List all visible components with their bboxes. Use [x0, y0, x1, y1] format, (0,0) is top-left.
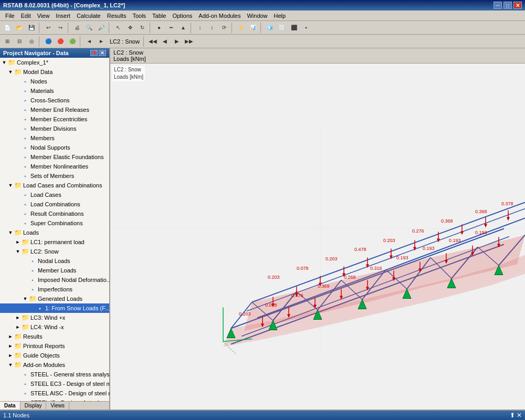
tree-sets[interactable]: ▪ Sets of Members — [0, 171, 109, 181]
tree-lc4[interactable]: ► 📁 LC4: Wind -x — [0, 322, 109, 332]
tree-steel-gen[interactable]: ▪ STEEL - General stress analysis r — [0, 370, 109, 379]
tree-member-div[interactable]: ▪ Member Divisions — [0, 124, 109, 133]
tree-guide[interactable]: ► 📁 Guide Objects — [0, 351, 109, 360]
tb2-arrow[interactable]: ◄ — [83, 36, 95, 47]
tree-results[interactable]: ► 📁 Results — [0, 332, 109, 341]
tb-support[interactable]: ▲ — [177, 22, 189, 34]
tree-members[interactable]: ▪ Members — [0, 133, 109, 143]
menu-options[interactable]: Options — [169, 12, 195, 20]
toggle-lc[interactable]: ▼ — [7, 182, 14, 188]
maximize-button[interactable]: □ — [503, 2, 512, 9]
tree-imposed[interactable]: ▪ Imposed Nodal Deformatio... — [0, 275, 109, 285]
icon-nonlin: ▪ — [21, 162, 29, 171]
viewport[interactable]: 0.378 0.378 0.368 0.276 0.195 0.368 0.27… — [110, 64, 525, 410]
tb-calc[interactable]: ⚡ — [235, 22, 247, 34]
close-button[interactable]: ✕ — [513, 2, 522, 9]
tree-loads[interactable]: ▼ 📁 Loads — [0, 228, 109, 237]
tb-rotate[interactable]: ↻ — [136, 22, 148, 34]
tb2-nav3[interactable]: ▶ — [171, 36, 183, 47]
tree-load-comb[interactable]: ▪ Load Combinations — [0, 200, 109, 209]
tb-member[interactable]: ━ — [165, 22, 177, 34]
tree-lc-combo[interactable]: ▼ 📁 Load Cases and Combinations — [0, 181, 109, 190]
tree-nodal-loads[interactable]: ▪ Nodal Loads — [0, 256, 109, 266]
tb-save[interactable]: 💾 — [26, 22, 37, 34]
tb-moment[interactable]: ⟳ — [218, 22, 230, 34]
tb-move[interactable]: ✥ — [124, 22, 136, 34]
menu-addon[interactable]: Add-on Modules — [195, 12, 244, 20]
tree-result-comb[interactable]: ▪ Result Combinations — [0, 209, 109, 218]
tb-select[interactable]: ↖ — [112, 22, 124, 34]
tree-from-snow[interactable]: ▪ 1: From Snow Loads (F... — [0, 303, 109, 313]
nav-close[interactable]: ✕ — [99, 50, 106, 56]
tree-steel-aisc[interactable]: ▪ STEEL AISC - Design of steel m — [0, 388, 109, 398]
tb-front[interactable]: ⬛ — [288, 22, 300, 34]
menu-results[interactable]: Results — [104, 12, 130, 20]
tb2-nav2[interactable]: ◀ — [159, 36, 171, 47]
tree-cross-sections[interactable]: ▪ Cross-Sections — [0, 96, 109, 105]
menu-insert[interactable]: Insert — [52, 12, 74, 20]
tree-lc3[interactable]: ► 📁 LC3: Wind +x — [0, 313, 109, 322]
tb2-nav4[interactable]: ▶▶ — [183, 36, 195, 47]
nav-tab-display[interactable]: Display — [20, 402, 47, 410]
tree-super-comb[interactable]: ▪ Super Combinations — [0, 218, 109, 228]
tree-lc2[interactable]: ▼ 📁 LC2: Snow — [0, 247, 109, 256]
tb2-btn6[interactable]: 🟢 — [67, 36, 78, 47]
tb2-btn5[interactable]: 🔴 — [55, 36, 66, 47]
nav-tab-data[interactable]: Data — [0, 402, 20, 410]
bottom-expand-icon[interactable]: ⬆ — [510, 412, 515, 419]
tree-steel-ec3[interactable]: ▪ STEEL EC3 - Design of steel me — [0, 379, 109, 388]
tb-node[interactable]: ● — [153, 22, 165, 34]
menu-tools[interactable]: Tools — [129, 12, 149, 20]
tb2-arrow2[interactable]: ► — [96, 36, 107, 47]
tree-nonlin[interactable]: ▪ Member Nonlinearities — [0, 162, 109, 171]
tb-load1[interactable]: ↓ — [194, 22, 206, 34]
tree-printout[interactable]: ► 📁 Printout Reports — [0, 341, 109, 351]
tb-3d[interactable]: 🧊 — [264, 22, 276, 34]
tb-side[interactable]: ▪ — [300, 22, 312, 34]
tb2-btn4[interactable]: 🔵 — [43, 36, 54, 47]
toggle-loads[interactable]: ▼ — [7, 229, 14, 236]
nav-tab-views[interactable]: Views — [46, 402, 69, 410]
tb-print[interactable]: 🖨 — [71, 22, 83, 34]
toggle-root[interactable]: ▼ — [1, 59, 7, 66]
tb-undo[interactable]: ↩ — [43, 22, 54, 34]
tb-zoom-in[interactable]: 🔍 — [83, 22, 95, 34]
menu-view[interactable]: View — [34, 12, 53, 20]
menu-file[interactable]: File — [2, 12, 18, 20]
tree-nodal-sup[interactable]: ▪ Nodal Supports — [0, 143, 109, 152]
tb-open[interactable]: 📂 — [14, 22, 25, 34]
tree-member-ecc[interactable]: ▪ Member Eccentricities — [0, 114, 109, 124]
tree-nodes[interactable]: ▪ Nodes — [0, 77, 109, 86]
tb2-btn3[interactable]: ◎ — [26, 36, 37, 47]
tb-new[interactable]: 📄 — [2, 22, 13, 34]
tree-gen-loads[interactable]: ▼ 📁 Generated Loads — [0, 294, 109, 303]
tb-load2[interactable]: ↕ — [206, 22, 218, 34]
tree-member-loads[interactable]: ▪ Member Loads — [0, 266, 109, 275]
tb2-btn2[interactable]: ⊟ — [14, 36, 25, 47]
tb2-nav1[interactable]: ◀◀ — [147, 36, 159, 47]
tree-load-cases[interactable]: ▪ Load Cases — [0, 190, 109, 200]
svg-text:0.193: 0.193 — [475, 230, 487, 235]
tb-results[interactable]: 📊 — [247, 22, 259, 34]
toggle-model[interactable]: ▼ — [7, 69, 14, 75]
tree-elastic-found[interactable]: ▪ Member Elastic Foundations — [0, 152, 109, 162]
menu-edit[interactable]: Edit — [18, 12, 34, 20]
menu-table[interactable]: Table — [149, 12, 169, 20]
tree-lc1[interactable]: ► 📁 LC1: permanent load — [0, 237, 109, 247]
menu-window[interactable]: Window — [244, 12, 270, 20]
tb-top[interactable]: ⬜ — [276, 22, 288, 34]
tree-member-end-releases[interactable]: ▪ Member End Releases — [0, 105, 109, 114]
tree-root[interactable]: ▼ 📁 Complex_1* — [0, 58, 109, 67]
tb-redo[interactable]: ↪ — [55, 22, 66, 34]
tree-addon[interactable]: ▼ 📁 Add-on Modules — [0, 360, 109, 370]
tb-zoom-out[interactable]: 🔎 — [96, 22, 107, 34]
tree-imperf[interactable]: ▪ Imperfections — [0, 285, 109, 294]
menu-calculate[interactable]: Calculate — [74, 12, 104, 20]
menu-help[interactable]: Help — [271, 12, 289, 20]
tb2-btn1[interactable]: ⊞ — [2, 36, 13, 47]
tree-materials[interactable]: ▪ Materials — [0, 86, 109, 96]
tree-model-data[interactable]: ▼ 📁 Model Data — [0, 67, 109, 77]
bottom-close-icon[interactable]: ✕ — [517, 412, 522, 419]
nav-pin[interactable]: 📌 — [90, 50, 98, 56]
minimize-button[interactable]: ─ — [494, 2, 502, 9]
